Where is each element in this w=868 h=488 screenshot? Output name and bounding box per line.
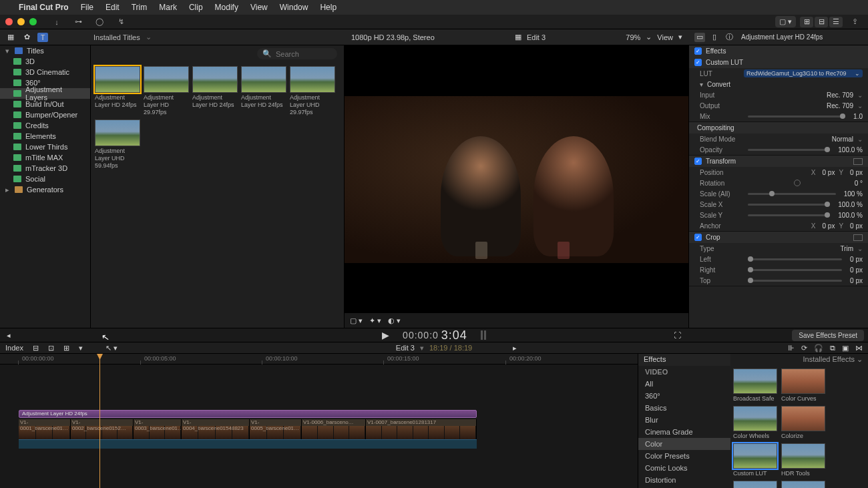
play-button[interactable]: ▶ — [382, 330, 389, 340]
library-icon[interactable]: ▦ — [5, 33, 16, 42]
retime-tool-icon[interactable]: ◐ ▾ — [388, 316, 401, 325]
prev-edit-icon[interactable]: ◂ — [7, 331, 11, 340]
fx-effect[interactable]: Colorize — [781, 406, 825, 439]
inspector-toggle-icon[interactable]: ☰ — [829, 17, 843, 27]
title-thumb[interactable]: Adjustment Layer HD 24fps — [95, 66, 140, 116]
transitions-icon[interactable]: ⋈ — [855, 344, 863, 352]
show-crop-icon[interactable] — [853, 234, 863, 241]
lut-dropdown[interactable]: RedWideGamut_Log3G10 to Rec709⌄ — [744, 69, 863, 77]
timeline-toggle-icon[interactable]: ⊟ — [815, 17, 828, 27]
mix-value[interactable]: 1.0 — [853, 113, 863, 120]
snapping-icon[interactable]: ⧉ — [830, 344, 835, 352]
fx-installed-label[interactable]: Installed Effects ⌄ — [730, 354, 868, 366]
rotation-dial[interactable] — [794, 180, 801, 186]
fx-category[interactable]: 360° — [638, 390, 730, 402]
sidebar-item[interactable]: mTitle MAX — [0, 152, 90, 163]
enhance-icon[interactable]: ↯ — [113, 17, 129, 27]
solo-icon[interactable]: 🎧 — [814, 344, 823, 352]
sidebar-item[interactable]: 3D — [0, 56, 90, 67]
menu-file[interactable]: File — [81, 3, 93, 12]
fx-effect[interactable]: Color Wheels — [733, 406, 777, 439]
fx-effect[interactable]: Broadcast Safe — [733, 369, 777, 402]
time-ruler[interactable]: 00:00:00:0000:00:05:0000:00:10:0000:00:1… — [0, 354, 638, 364]
fullscreen-icon[interactable] — [29, 18, 37, 25]
effects-checkbox[interactable]: ✓ — [694, 47, 702, 55]
crop-checkbox[interactable]: ✓ — [694, 234, 702, 241]
video-clip[interactable]: V1-0002_barscene0152… — [71, 419, 134, 439]
sidebar-root-generators[interactable]: ▸ Generators — [0, 184, 90, 195]
fx-category[interactable]: Blur — [638, 414, 730, 426]
video-clip[interactable]: V1-0005_barscene01… — [250, 419, 302, 439]
menu-clip[interactable]: Clip — [189, 3, 203, 12]
crop-type[interactable]: Trim — [840, 245, 853, 252]
pos-y[interactable]: 0 px — [850, 169, 863, 176]
fx-category[interactable]: Comic Looks — [638, 462, 730, 474]
viewer-canvas[interactable] — [345, 45, 688, 313]
title-thumb[interactable]: Adjustment Layer HD 24fps — [192, 66, 238, 116]
menu-view[interactable]: View — [250, 3, 268, 12]
sidebar-item[interactable]: Lower Thirds — [0, 142, 90, 152]
share-icon[interactable]: ⇪ — [847, 17, 863, 27]
view-menu[interactable]: View — [657, 33, 673, 41]
playhead[interactable] — [99, 354, 100, 488]
menu-help[interactable]: Help — [320, 3, 337, 12]
sidebar-root-titles[interactable]: ▾ Titles — [0, 45, 90, 56]
enhance-tool-icon[interactable]: ✦ ▾ — [369, 316, 381, 325]
info-inspector-icon[interactable]: ⓘ — [724, 33, 734, 42]
browser-toggle-icon[interactable]: ⊞ — [800, 17, 813, 27]
menu-window[interactable]: Window — [280, 3, 308, 12]
scalex-slider[interactable] — [748, 204, 830, 206]
menu-trim[interactable]: Trim — [132, 3, 148, 12]
title-thumb[interactable]: Adjustment Layer HD 29.97fps — [144, 66, 189, 116]
show-transform-icon[interactable] — [853, 158, 863, 165]
browser-search[interactable]: 🔍 Search — [257, 48, 337, 59]
chevron-down-icon[interactable]: ⌄ — [646, 33, 652, 41]
save-effects-preset-button[interactable]: Save Effects Preset — [792, 330, 864, 341]
pos-x[interactable]: 0 px — [823, 169, 835, 176]
fx-category[interactable]: Color — [638, 438, 730, 450]
title-thumb[interactable]: Adjustment Layer HD 24fps — [241, 66, 286, 116]
transform-tool-icon[interactable]: ▢ ▾ — [350, 316, 363, 325]
output-value[interactable]: Rec. 709 — [827, 102, 853, 109]
fx-effect[interactable]: Hue/Saturation — [733, 481, 777, 488]
audio-skim-icon[interactable]: ⟳ — [801, 344, 807, 352]
tl-project-name[interactable]: Edit 3 — [396, 344, 415, 352]
next-edit-icon[interactable]: ▸ — [513, 344, 517, 352]
sidebar-item[interactable]: Social — [0, 174, 90, 184]
fx-effect[interactable]: Custom LUT — [733, 443, 777, 477]
adjustment-layer-clip[interactable]: Adjustment Layer HD 24fps — [19, 410, 477, 418]
opacity-value[interactable]: 100.0 % — [838, 146, 863, 154]
overwrite-clip-icon[interactable]: ▾ — [79, 344, 83, 352]
photos-icon[interactable]: ✿ — [21, 33, 32, 42]
clip-filmstrip-icon[interactable]: ▦ — [515, 33, 521, 41]
sidebar-item[interactable]: mTracker 3D — [0, 163, 90, 174]
background-tasks-icon[interactable]: ◯ — [91, 17, 107, 27]
fx-effect[interactable]: Hue/Saturation — [781, 481, 825, 488]
fx-category[interactable]: Basics — [638, 402, 730, 414]
menu-mark[interactable]: Mark — [159, 3, 177, 12]
video-clip[interactable]: V1-0003_barscene01… — [134, 419, 182, 439]
app-name[interactable]: Final Cut Pro — [19, 3, 69, 12]
effects-browser-icon[interactable]: ▣ — [842, 344, 849, 352]
append-clip-icon[interactable]: ⊞ — [63, 344, 69, 352]
video-inspector-icon[interactable]: ▭ — [694, 33, 705, 42]
minimize-icon[interactable] — [17, 18, 25, 25]
sidebar-item[interactable]: Adjustment Layers — [0, 88, 90, 99]
close-icon[interactable] — [5, 18, 13, 25]
input-value[interactable]: Rec. 709 — [827, 91, 853, 99]
video-clip[interactable]: V1-0004_barscene01548823 — [182, 419, 250, 439]
fx-category[interactable]: Cinema Grade — [638, 426, 730, 438]
title-thumb[interactable]: Adjustment Layer UHD 29.97fps — [290, 66, 335, 116]
menu-modify[interactable]: Modify — [215, 3, 238, 12]
zoom-value[interactable]: 79% — [626, 33, 640, 41]
connect-clip-icon[interactable]: ⊟ — [33, 344, 39, 352]
blend-value[interactable]: Normal — [832, 136, 853, 143]
titles-icon[interactable]: T — [37, 33, 48, 42]
scaley-slider[interactable] — [748, 214, 830, 216]
scale-slider[interactable] — [748, 193, 836, 195]
sidebar-item[interactable]: 3D Cinematic — [0, 67, 90, 77]
audio-track[interactable] — [19, 439, 477, 449]
customlut-checkbox[interactable]: ✓ — [694, 59, 702, 66]
fx-category[interactable]: All — [638, 378, 730, 390]
convert-disclosure[interactable]: ▾ — [700, 81, 703, 88]
